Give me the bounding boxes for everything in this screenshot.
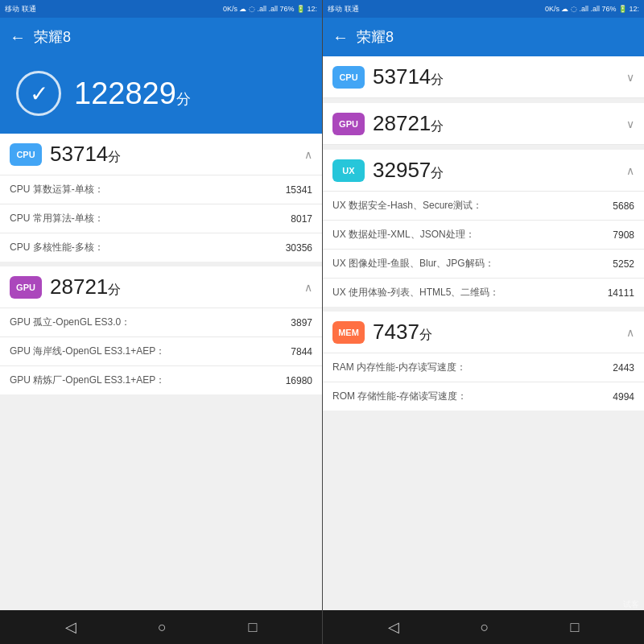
right-ux-header[interactable]: UX 32957分 ∧	[323, 150, 644, 191]
detail-value: 7908	[613, 229, 634, 241]
detail-label: GPU 海岸线-OpenGL ES3.1+AEP：	[10, 345, 165, 358]
left-status-icons: 0K/s ☁ ◌ .all .all 76% 🔋 12:	[223, 5, 317, 13]
detail-label: RAM 内存性能-内存读写速度：	[332, 361, 466, 374]
left-gpu-chevron-icon[interactable]: ∧	[304, 281, 312, 294]
right-gpu-score-value: 28721分	[373, 111, 626, 136]
detail-row: ROM 存储性能-存储读写速度：4994	[323, 382, 644, 411]
right-mem-details: RAM 内存性能-内存读写速度：2443ROM 存储性能-存储读写速度：4994	[323, 353, 644, 411]
left-gpu-score-value: 28721分	[50, 275, 304, 299]
left-gpu-header[interactable]: GPU 28721分 ∧	[0, 266, 322, 308]
detail-label: GPU 孤立-OpenGL ES3.0：	[10, 316, 130, 329]
right-cpu-chevron-icon[interactable]: ∨	[626, 71, 634, 84]
left-gpu-details: GPU 孤立-OpenGL ES3.0：3897GPU 海岸线-OpenGL E…	[0, 308, 322, 394]
detail-row: GPU 海岸线-OpenGL ES3.1+AEP：7844	[0, 336, 322, 365]
detail-value: 2443	[613, 362, 634, 374]
right-recent-nav-icon[interactable]: □	[571, 619, 580, 636]
hero-score-unit: 分	[176, 91, 191, 107]
detail-row: UX 图像处理-鱼眼、Blur、JPG解码：5252	[323, 249, 644, 278]
left-nav-bar: ◁ ○ □	[0, 610, 322, 644]
right-mem-section: MEM 7437分 ∧ RAM 内存性能-内存读写速度：2443ROM 存储性能…	[323, 312, 644, 415]
detail-row: CPU 算数运算-单核：15341	[0, 175, 322, 204]
detail-row: GPU 孤立-OpenGL ES3.0：3897	[0, 308, 322, 336]
detail-value: 5686	[613, 200, 634, 212]
detail-label: CPU 常用算法-单核：	[10, 212, 104, 225]
detail-row: UX 数据处理-XML、JSON处理：7908	[323, 220, 644, 249]
detail-label: UX 数据安全-Hash、Secure测试：	[332, 199, 482, 213]
detail-value: 14111	[608, 287, 634, 299]
left-title-bar: ← 荣耀8	[0, 18, 322, 56]
right-ux-details: UX 数据安全-Hash、Secure测试：5686UX 数据处理-XML、JS…	[323, 191, 644, 307]
left-back-arrow-icon[interactable]: ←	[10, 28, 26, 47]
left-cpu-header[interactable]: CPU 53714分 ∧	[0, 134, 322, 175]
right-ux-chevron-icon[interactable]: ∧	[626, 164, 634, 177]
hero-score-section: ✓ 122829分	[0, 56, 322, 134]
hero-score-display: 122829分	[74, 76, 191, 111]
hero-score-value: 122829	[74, 76, 176, 110]
detail-row: UX 数据安全-Hash、Secure测试：5686	[323, 191, 644, 220]
detail-label: UX 数据处理-XML、JSON处理：	[332, 228, 475, 242]
detail-row: UX 使用体验-列表、HTML5、二维码：14111	[323, 278, 644, 307]
right-status-carrier: 移动 联通	[328, 4, 359, 14]
detail-label: UX 图像处理-鱼眼、Blur、JPG解码：	[332, 257, 494, 270]
right-page-title: 荣耀8	[357, 27, 394, 47]
detail-value: 16980	[286, 375, 312, 386]
right-phone-panel: 移动 联通 0K/s ☁ ◌ .all .all 76% 🔋 12: ← 荣耀8…	[322, 0, 644, 644]
right-gpu-badge: GPU	[332, 113, 365, 135]
check-circle-icon: ✓	[16, 71, 61, 116]
left-cpu-section: CPU 53714分 ∧ CPU 算数运算-单核：15341CPU 常用算法-单…	[0, 134, 322, 266]
right-nav-bar: ◁ ○ □	[323, 610, 644, 644]
cpu-badge: CPU	[10, 143, 42, 166]
watermark: 试客	[623, 599, 639, 610]
detail-label: CPU 多核性能-多核：	[10, 241, 104, 254]
detail-value: 7844	[291, 346, 312, 357]
left-page-title: 荣耀8	[34, 27, 71, 47]
right-ux-section: UX 32957分 ∧ UX 数据安全-Hash、Secure测试：5686UX…	[323, 150, 644, 312]
ux-badge: UX	[332, 159, 365, 182]
right-title-bar: ← 荣耀8	[323, 18, 644, 56]
detail-value: 5252	[613, 258, 634, 270]
left-cpu-chevron-icon[interactable]: ∧	[304, 148, 312, 161]
detail-value: 15341	[286, 184, 312, 196]
detail-value: 30356	[286, 242, 312, 254]
right-status-icons: 0K/s ☁ ◌ .all .all 76% 🔋 12:	[545, 5, 639, 13]
detail-value: 4994	[613, 391, 634, 402]
left-panel-content: CPU 53714分 ∧ CPU 算数运算-单核：15341CPU 常用算法-单…	[0, 134, 322, 610]
right-gpu-header[interactable]: GPU 28721分 ∨	[323, 103, 644, 145]
right-mem-score-value: 7437分	[373, 320, 626, 345]
right-gpu-chevron-icon[interactable]: ∨	[626, 118, 634, 130]
detail-value: 8017	[291, 213, 312, 225]
left-phone-panel: 移动 联通 0K/s ☁ ◌ .all .all 76% 🔋 12: ← 荣耀8…	[0, 0, 322, 644]
mem-badge: MEM	[332, 321, 365, 344]
right-mem-chevron-icon[interactable]: ∧	[626, 326, 634, 339]
right-mem-header[interactable]: MEM 7437分 ∧	[323, 312, 644, 353]
right-panel-content: CPU 53714分 ∨ GPU 28721分 ∨ UX 32957分 ∧ UX…	[323, 56, 644, 610]
detail-label: UX 使用体验-列表、HTML5、二维码：	[332, 286, 499, 299]
right-gpu-section: GPU 28721分 ∨	[323, 103, 644, 150]
right-cpu-badge: CPU	[332, 66, 365, 89]
detail-label: ROM 存储性能-存储读写速度：	[332, 390, 467, 403]
home-nav-icon[interactable]: ○	[158, 619, 167, 636]
detail-row: GPU 精炼厂-OpenGL ES3.1+AEP：16980	[0, 365, 322, 394]
left-cpu-details: CPU 算数运算-单核：15341CPU 常用算法-单核：8017CPU 多核性…	[0, 175, 322, 262]
right-back-arrow-icon[interactable]: ←	[332, 28, 349, 47]
recent-nav-icon[interactable]: □	[248, 619, 257, 636]
detail-label: CPU 算数运算-单核：	[10, 183, 104, 196]
left-status-carrier: 移动 联通	[5, 4, 36, 14]
right-status-bar: 移动 联通 0K/s ☁ ◌ .all .all 76% 🔋 12:	[323, 0, 644, 18]
right-cpu-section: CPU 53714分 ∨	[323, 56, 644, 103]
left-status-bar: 移动 联通 0K/s ☁ ◌ .all .all 76% 🔋 12:	[0, 0, 322, 18]
detail-row: CPU 多核性能-多核：30356	[0, 233, 322, 262]
detail-row: RAM 内存性能-内存读写速度：2443	[323, 353, 644, 382]
left-cpu-score-value: 53714分	[50, 142, 304, 167]
right-cpu-header[interactable]: CPU 53714分 ∨	[323, 56, 644, 98]
gpu-badge: GPU	[10, 276, 42, 299]
right-ux-score-value: 32957分	[373, 158, 626, 183]
right-cpu-score-value: 53714分	[373, 64, 626, 89]
right-home-nav-icon[interactable]: ○	[481, 619, 489, 636]
detail-row: CPU 常用算法-单核：8017	[0, 204, 322, 233]
left-gpu-section: GPU 28721分 ∧ GPU 孤立-OpenGL ES3.0：3897GPU…	[0, 266, 322, 399]
detail-value: 3897	[291, 317, 312, 328]
right-back-nav-icon[interactable]: ◁	[388, 618, 399, 636]
detail-label: GPU 精炼厂-OpenGL ES3.1+AEP：	[10, 374, 165, 387]
back-nav-icon[interactable]: ◁	[65, 618, 76, 636]
